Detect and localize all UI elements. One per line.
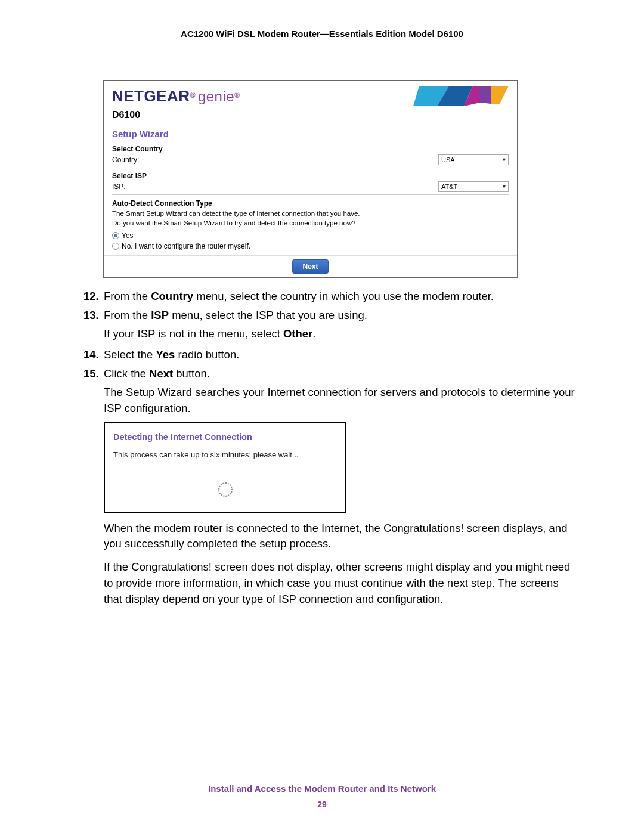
detecting-text: This process can take up to six minutes;… — [113, 450, 337, 461]
footer-page-number: 29 — [66, 800, 578, 809]
step-13-text: From the ISP menu, select the ISP that y… — [104, 308, 578, 324]
brand-reg-mark: ® — [190, 91, 196, 99]
step-14-text: Select the Yes radio button. — [104, 347, 578, 363]
doc-title: AC1200 WiFi DSL Modem Router—Essentials … — [66, 29, 578, 39]
radio-yes-label: Yes — [122, 231, 134, 240]
step-15-sub3: If the Congratulations! screen does not … — [104, 559, 578, 607]
step-number: 12. — [83, 289, 104, 305]
spinner-icon — [218, 482, 233, 497]
brand-genie: genie — [198, 88, 234, 104]
step-15-sub1: The Setup Wizard searches your Internet … — [104, 385, 578, 417]
isp-select-value: AT&T — [441, 183, 457, 190]
isp-field-label: ISP: — [112, 182, 126, 191]
autodetect-line1: The Smart Setup Wizard can detect the ty… — [112, 209, 509, 218]
radio-no-row[interactable]: No. I want to configure the router mysel… — [112, 241, 509, 252]
step-number: 15. — [83, 366, 104, 609]
country-field-label: Country: — [112, 156, 139, 164]
radio-no-label: No. I want to configure the router mysel… — [122, 242, 250, 250]
select-country-label: Select Country — [112, 141, 509, 154]
chevron-down-icon: ▼ — [501, 184, 507, 190]
radio-yes-row[interactable]: Yes — [112, 230, 509, 241]
detecting-figure: Detecting the Internet Connection This p… — [104, 422, 346, 513]
setup-wizard-figure: NETGEAR® genie® D6100 Setup Wizard Selec… — [103, 80, 518, 278]
isp-select[interactable]: AT&T ▼ — [438, 181, 509, 192]
page-footer: Install and Access the Modem Router and … — [66, 776, 578, 809]
svg-marker-4 — [491, 86, 509, 104]
step-number: 13. — [83, 308, 104, 345]
step-15-text: Click the Next button. — [104, 366, 578, 382]
brand-netgear: NETGEAR — [112, 87, 190, 105]
step-number: 14. — [83, 347, 104, 363]
step-15-sub2: When the modem router is connected to th… — [104, 521, 578, 553]
decorative-shapes-icon — [413, 86, 509, 106]
country-select[interactable]: USA ▼ — [438, 154, 509, 165]
footer-section-title: Install and Access the Modem Router and … — [66, 784, 578, 794]
autodetect-line2: Do you want the Smart Setup Wizard to tr… — [112, 218, 509, 228]
next-button[interactable]: Next — [292, 259, 328, 274]
step-13-sub: If your ISP is not in the menu, select O… — [104, 326, 578, 342]
radio-icon — [112, 243, 119, 250]
chevron-down-icon: ▼ — [501, 157, 507, 163]
setup-wizard-heading: Setup Wizard — [112, 125, 509, 141]
brand-genie-mark: ® — [234, 91, 240, 99]
autodetect-heading: Auto-Detect Connection Type — [112, 199, 509, 209]
detecting-title: Detecting the Internet Connection — [113, 431, 337, 444]
brand-row: NETGEAR® genie® — [112, 86, 509, 106]
model-label: D6100 — [112, 110, 509, 120]
select-isp-label: Select ISP — [112, 168, 509, 181]
country-select-value: USA — [441, 156, 455, 163]
step-12-text: From the Country menu, select the countr… — [104, 289, 578, 305]
radio-icon — [112, 232, 119, 239]
